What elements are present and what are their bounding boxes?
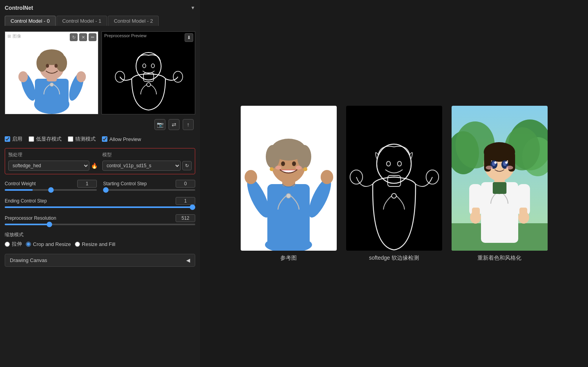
starting-step-col: Starting Control Step 0 (103, 180, 195, 191)
preview-image-content (102, 32, 195, 114)
allow-preview-label: Allow Preview (109, 136, 141, 142)
drawing-canvas-bar[interactable]: Drawing Canvas ◀ (5, 254, 195, 267)
radio-fill[interactable]: Resize and Fill (75, 241, 115, 247)
tab-control-model-1[interactable]: Control Model - 1 (56, 16, 107, 26)
svg-point-6 (76, 71, 86, 82)
radio-stretch[interactable]: 拉伸 (5, 240, 22, 248)
tabs-row: Control Model - 0 Control Model - 1 Cont… (5, 16, 195, 26)
starting-step-slider[interactable] (103, 189, 195, 191)
refresh-image-btn[interactable]: ↻ (70, 33, 78, 41)
preprocessor-select-row: softedge_hed 🔥 (8, 161, 98, 171)
download-preview-btn[interactable]: ⬇ (185, 33, 193, 42)
low-vram-checkbox[interactable] (29, 136, 34, 142)
image-icon: ⊞ (7, 34, 11, 39)
action-row: 📷 ⇄ ↑ (5, 119, 195, 130)
preprocessor-select[interactable]: softedge_hed (8, 161, 89, 171)
camera-btn[interactable]: 📷 (154, 119, 165, 130)
svg-point-12 (46, 64, 49, 68)
ending-step-header: Ending Control Step 1 (5, 197, 195, 205)
svg-point-38 (296, 166, 302, 170)
tab-control-model-0[interactable]: Control Model - 0 (5, 16, 56, 26)
ending-step-slider[interactable] (5, 206, 195, 208)
svg-point-28 (245, 170, 257, 184)
svg-point-41 (303, 167, 307, 171)
control-weight-slider[interactable] (5, 189, 97, 191)
model-row: 预处理 softedge_hed 🔥 模型 control_v11p_sd15_… (8, 152, 192, 171)
guess-mode-label: 猜测模式 (75, 136, 96, 143)
panel-header: ControlNet ▼ (5, 5, 195, 11)
control-weight-value: 1 (77, 180, 97, 188)
control-weight-label: Control Weight (5, 181, 56, 186)
gallery-img-styled (452, 106, 548, 251)
control-weight-header: Control Weight 1 (5, 180, 97, 188)
svg-point-37 (275, 166, 281, 170)
guess-mode-checkbox[interactable] (68, 136, 73, 142)
allow-preview-checkbox-item[interactable]: Allow Preview (102, 136, 141, 142)
preprocessor-col: 预处理 softedge_hed 🔥 (8, 152, 98, 171)
enable-label: 启用 (12, 136, 22, 143)
source-image-box: ⊞ 图像 ↻ ✕ ✏ (5, 31, 98, 114)
control-weight-col: Control Weight 1 (5, 180, 97, 191)
allow-preview-checkbox[interactable] (102, 136, 107, 142)
svg-point-10 (36, 54, 47, 72)
radio-crop[interactable]: Crop and Resize (26, 241, 71, 247)
preview-image-box: Preprocessor Preview ⬇ (102, 31, 195, 114)
preprocessor-res-value: 512 (176, 214, 195, 222)
gallery-item-reference: 参考图 (241, 106, 337, 262)
ending-step-value: 1 (176, 197, 195, 205)
stretch-radio[interactable] (5, 242, 10, 247)
starting-step-header: Starting Control Step 0 (103, 180, 195, 188)
svg-point-11 (56, 54, 67, 72)
svg-point-33 (266, 145, 280, 168)
model-select-row: control_v11p_sd15_s ↻ (102, 161, 192, 171)
up-btn[interactable]: ↑ (183, 119, 194, 130)
edit-image-btn[interactable]: ✏ (89, 33, 96, 41)
gallery-item-styled: 重新着色和风格化 (452, 106, 548, 262)
scale-mode-radio-group: 拉伸 Crop and Resize Resize and Fill (5, 240, 195, 248)
crop-label: Crop and Resize (33, 241, 71, 247)
source-image-label: ⊞ 图像 (7, 33, 21, 39)
fill-radio[interactable] (75, 242, 80, 247)
preprocessor-res-label: Preprocessor Resolution (5, 215, 56, 221)
gallery-caption-softedge: softedge 软边缘检测 (369, 255, 419, 262)
model-label: 模型 (102, 152, 192, 158)
starting-step-value: 0 (176, 180, 195, 188)
close-image-btn[interactable]: ✕ (79, 33, 87, 41)
crop-radio[interactable] (26, 242, 31, 247)
controlnet-panel: ControlNet ▼ Control Model - 0 Control M… (0, 0, 200, 367)
fill-label: Resize and Fill (82, 241, 115, 247)
svg-point-13 (54, 64, 58, 68)
gallery-img-reference (241, 106, 337, 251)
swap-btn[interactable]: ⇄ (169, 119, 180, 130)
ending-step-col: Ending Control Step 1 (5, 197, 195, 208)
svg-point-74 (494, 161, 497, 164)
enable-checkbox[interactable] (5, 136, 10, 142)
model-col: 模型 control_v11p_sd15_s ↻ (102, 152, 192, 171)
drawing-canvas-icon: ◀ (186, 257, 190, 263)
svg-point-14 (50, 83, 54, 87)
collapse-icon[interactable]: ▼ (191, 5, 195, 11)
refresh-model-btn[interactable]: ↻ (182, 161, 192, 170)
gallery-caption-styled: 重新着色和风格化 (477, 255, 521, 262)
scale-mode-label: 缩放模式 (5, 231, 195, 238)
svg-point-29 (321, 170, 333, 184)
image-gallery: 参考图 (241, 106, 548, 262)
dual-slider-section: Control Weight 1 Starting Control Step 0 (5, 180, 195, 191)
ending-step-label: Ending Control Step (5, 198, 56, 204)
svg-point-34 (297, 145, 311, 168)
stretch-label: 拉伸 (12, 240, 22, 248)
guess-mode-checkbox-item[interactable]: 猜测模式 (68, 136, 96, 143)
svg-point-5 (18, 71, 28, 82)
gallery-caption-reference: 参考图 (280, 255, 297, 262)
gallery-img-softedge (346, 106, 442, 251)
preprocessor-res-slider[interactable] (5, 224, 195, 225)
panel-title: ControlNet (5, 5, 33, 11)
enable-checkbox-item[interactable]: 启用 (5, 136, 22, 143)
source-image-content (5, 32, 98, 114)
low-vram-checkbox-item[interactable]: 低显存模式 (29, 136, 62, 143)
preview-label: Preprocessor Preview (104, 33, 147, 38)
preprocessor-res-col: Preprocessor Resolution 512 (5, 214, 195, 225)
tab-control-model-2[interactable]: Control Model - 2 (108, 16, 159, 26)
model-select[interactable]: control_v11p_sd15_s (102, 161, 181, 171)
model-section: 预处理 softedge_hed 🔥 模型 control_v11p_sd15_… (5, 148, 195, 174)
